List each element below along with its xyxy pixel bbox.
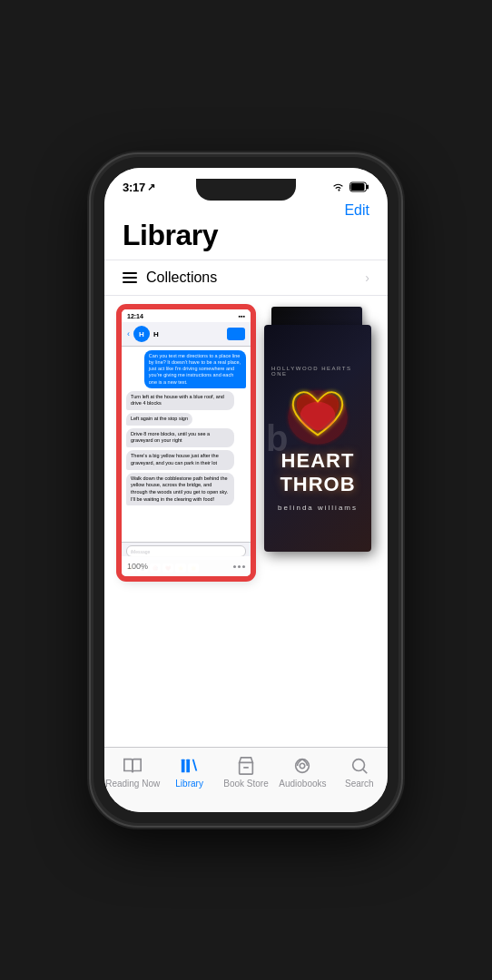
wifi-icon xyxy=(331,181,345,192)
svg-point-9 xyxy=(352,760,364,771)
svg-point-4 xyxy=(300,401,336,429)
msg-bubble-2: Turn left at the house with a blue roof,… xyxy=(126,391,234,410)
books-grid: 12:14 ▪▪▪ ‹ H H xyxy=(104,307,388,747)
status-icons xyxy=(331,181,369,192)
tab-book-store[interactable]: Book Store xyxy=(218,755,274,789)
book-title-area: HEART THROB xyxy=(280,449,355,496)
msg-back-icon: ‹ xyxy=(127,329,130,338)
status-time: 3:17 xyxy=(123,181,145,194)
audiobooks-icon xyxy=(291,755,313,777)
msg-header: ‹ H H xyxy=(122,322,251,347)
book-front-cover: hollywood hearts one xyxy=(264,325,371,552)
svg-rect-5 xyxy=(181,760,184,773)
msg-bubble-1: Can you text me directions to a place li… xyxy=(144,350,246,388)
tab-reading-now-label: Reading Now xyxy=(105,779,160,789)
book-dot-1 xyxy=(233,565,236,568)
tab-book-store-label: Book Store xyxy=(223,779,268,789)
svg-rect-1 xyxy=(367,185,369,190)
tab-reading-now[interactable]: Reading Now xyxy=(104,755,161,789)
book-series-label: hollywood hearts one xyxy=(271,366,364,377)
svg-rect-2 xyxy=(351,183,365,191)
library-icon xyxy=(179,755,201,777)
screen: 3:17 ↗ xyxy=(104,168,388,812)
book-author: belinda williams xyxy=(278,504,358,512)
tab-audiobooks-label: Audiobooks xyxy=(279,779,326,789)
heart-icon xyxy=(281,382,354,446)
collections-row[interactable]: Collections › xyxy=(104,260,388,296)
svg-rect-6 xyxy=(186,760,190,773)
tab-bar: Reading Now Library xyxy=(104,747,388,812)
tab-library[interactable]: Library xyxy=(161,755,217,789)
tab-search-label: Search xyxy=(345,779,374,789)
book-title-line2: THROB xyxy=(280,475,355,495)
navigation-icon: ↗ xyxy=(147,181,155,193)
book-title-line1: HEART xyxy=(281,451,355,471)
msg-contact-name: H xyxy=(153,330,159,338)
app-content: Edit Library Collections › xyxy=(104,199,388,747)
msg-time: 12:14 xyxy=(127,313,143,319)
msg-bubble-5: There's a big yellow house just after th… xyxy=(126,450,234,469)
tab-audiobooks[interactable]: Audiobooks xyxy=(274,755,330,789)
msg-battery-icons: ▪▪▪ xyxy=(239,313,245,319)
msg-bubble-3: Left again at the stop sign xyxy=(126,413,192,426)
book-dots xyxy=(233,565,245,568)
book-letter-b: b xyxy=(266,418,288,459)
book-footer: 100% xyxy=(122,556,251,576)
book-progress: 100% xyxy=(127,562,148,571)
top-bar: Edit xyxy=(104,199,388,219)
book-screenshot-inner: 12:14 ▪▪▪ ‹ H H xyxy=(122,309,251,576)
book-store-icon xyxy=(235,755,257,777)
book-heartthrob[interactable]: hollywood hearts two hollywood hearts on… xyxy=(264,307,388,579)
phone-frame: 3:17 ↗ xyxy=(91,154,401,826)
heart-glow xyxy=(281,382,354,446)
tab-search[interactable]: Search xyxy=(331,755,388,789)
book-dot-3 xyxy=(242,565,245,568)
msg-bubble-6: Walk down the cobblestone path behind th… xyxy=(126,473,234,506)
collections-label: Collections xyxy=(146,270,365,286)
msg-status-bar: 12:14 ▪▪▪ xyxy=(122,309,251,322)
search-icon xyxy=(349,755,370,777)
msg-body: Can you text me directions to a place li… xyxy=(122,347,251,542)
svg-line-10 xyxy=(363,769,367,773)
svg-point-8 xyxy=(300,763,306,769)
chevron-right-icon: › xyxy=(365,270,369,285)
reading-now-icon xyxy=(122,755,143,777)
msg-video-icon xyxy=(227,328,245,340)
page-title: Library xyxy=(104,219,388,260)
battery-icon xyxy=(349,181,369,192)
hamburger-icon xyxy=(123,272,137,283)
notch xyxy=(196,179,296,201)
tab-library-label: Library xyxy=(175,779,203,789)
msg-avatar: H xyxy=(133,326,150,342)
book-dot-2 xyxy=(238,565,241,568)
edit-button[interactable]: Edit xyxy=(344,202,369,219)
msg-bubble-4: Drive 8 more blocks, until you see a gra… xyxy=(126,428,234,447)
book-screenshot[interactable]: 12:14 ▪▪▪ ‹ H H xyxy=(119,307,253,579)
phone-inner: 3:17 ↗ xyxy=(93,157,399,823)
